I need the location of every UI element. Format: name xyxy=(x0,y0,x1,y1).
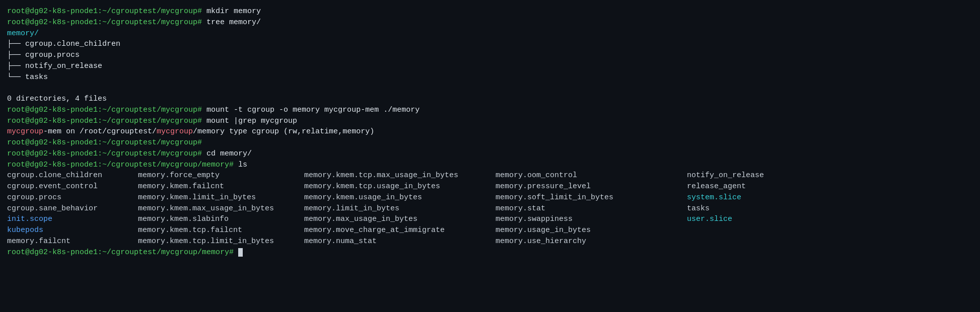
ls-col3: memory.kmem.tcp.max_usage_in_bytes memor… xyxy=(304,170,496,247)
ls-item: cgroup.procs xyxy=(7,192,138,203)
mount-mid: -mem on /root/cgrouptest/ xyxy=(43,127,157,136)
tree-item: ├── notify_on_release xyxy=(7,62,102,70)
terminal: root@dg02-k8s-pnode1:~/cgrouptest/mycgro… xyxy=(7,6,973,258)
ls-item: memory.swappiness xyxy=(496,214,687,225)
ls-item: tasks xyxy=(687,203,788,214)
line-final-prompt: root@dg02-k8s-pnode1:~/cgrouptest/mycgro… xyxy=(7,247,973,258)
line-tree-cmd: root@dg02-k8s-pnode1:~/cgrouptest/mycgro… xyxy=(7,17,973,28)
tree-item: ├── cgroup.clone_children xyxy=(7,40,120,48)
ls-col4: memory.oom_control memory.pressure_level… xyxy=(496,170,687,247)
kubepods-link: kubepods xyxy=(7,226,43,235)
ls-col2: memory.force_empty memory.kmem.failcnt m… xyxy=(138,170,304,247)
line-empty-prompt: root@dg02-k8s-pnode1:~/cgrouptest/mycgro… xyxy=(7,137,973,148)
ls-item: user.slice xyxy=(687,214,788,225)
ls-item: memory.force_empty xyxy=(138,170,304,181)
line-mount-cmd: root@dg02-k8s-pnode1:~/cgrouptest/mycgro… xyxy=(7,105,973,116)
ls-item: memory.numa_stat xyxy=(304,236,496,247)
prompt: root@dg02-k8s-pnode1:~/cgrouptest/mycgro… xyxy=(7,161,238,169)
stat-text: 0 directories, 4 files xyxy=(7,95,107,103)
ls-item: memory.kmem.slabinfo xyxy=(138,214,304,225)
ls-item: memory.kmem.limit_in_bytes xyxy=(138,192,304,203)
ls-item: cgroup.clone_children xyxy=(7,170,138,181)
ls-item: memory.move_charge_at_immigrate xyxy=(304,225,496,236)
ls-col5: notify_on_release release_agent system.s… xyxy=(687,170,788,247)
line-tree-3: ├── notify_on_release xyxy=(7,61,973,72)
tree-item: ├── cgroup.procs xyxy=(7,51,80,59)
ls-item: memory.kmem.failcnt xyxy=(138,181,304,192)
prompt: root@dg02-k8s-pnode1:~/cgrouptest/mycgro… xyxy=(7,106,206,114)
prompt: root@dg02-k8s-pnode1:~/cgrouptest/mycgro… xyxy=(7,149,206,158)
line-tree-4: └── tasks xyxy=(7,72,973,83)
cmd-text: mkdir memory xyxy=(206,7,261,16)
ls-item: cgroup.event_control xyxy=(7,181,138,192)
ls-item: memory.max_usage_in_bytes xyxy=(304,214,496,225)
ls-item: kubepods xyxy=(7,225,138,236)
ls-item: memory.stat xyxy=(496,203,687,214)
highlight-mycgroup1: mycgroup xyxy=(7,127,43,136)
line-ls-cmd: root@dg02-k8s-pnode1:~/cgrouptest/mycgro… xyxy=(7,160,973,171)
line-mkdir: root@dg02-k8s-pnode1:~/cgrouptest/mycgro… xyxy=(7,6,973,17)
init-scope-link: init.scope xyxy=(7,215,52,223)
line-stat: 0 directories, 4 files xyxy=(7,94,973,105)
ls-output: cgroup.clone_children cgroup.event_contr… xyxy=(7,170,973,247)
ls-item: memory.soft_limit_in_bytes xyxy=(496,192,687,203)
cmd-text: mount -t cgroup -o memory mycgroup-mem .… xyxy=(206,106,419,114)
prompt: root@dg02-k8s-pnode1:~/cgrouptest/mycgro… xyxy=(7,7,206,16)
cursor xyxy=(238,248,243,257)
line-tree-1: ├── cgroup.clone_children xyxy=(7,39,973,50)
prompt: root@dg02-k8s-pnode1:~/cgrouptest/mycgro… xyxy=(7,18,206,27)
prompt: root@dg02-k8s-pnode1:~/cgrouptest/mycgro… xyxy=(7,248,238,257)
cmd-text: ls xyxy=(238,161,247,169)
ls-item: memory.limit_in_bytes xyxy=(304,203,496,214)
line-tree-2: ├── cgroup.procs xyxy=(7,50,973,61)
line-dir: memory/ xyxy=(7,28,973,39)
cmd-text: cd memory/ xyxy=(206,149,252,158)
prompt: root@dg02-k8s-pnode1:~/cgrouptest/mycgro… xyxy=(7,138,206,147)
highlight-mycgroup2: mycgroup xyxy=(157,127,193,136)
ls-item: memory.kmem.tcp.limit_in_bytes xyxy=(138,236,304,247)
ls-item: cgroup.sane_behavior xyxy=(7,203,138,214)
ls-item: system.slice xyxy=(687,192,788,203)
line-grep-cmd: root@dg02-k8s-pnode1:~/cgrouptest/mycgro… xyxy=(7,116,973,127)
prompt: root@dg02-k8s-pnode1:~/cgrouptest/mycgro… xyxy=(7,117,206,125)
ls-item: memory.kmem.tcp.failcnt xyxy=(138,225,304,236)
line-blank xyxy=(7,83,973,94)
ls-item: memory.kmem.max_usage_in_bytes xyxy=(138,203,304,214)
user-slice-link: user.slice xyxy=(687,215,732,223)
ls-item: memory.kmem.tcp.max_usage_in_bytes xyxy=(304,170,496,181)
ls-item: memory.failcnt xyxy=(7,236,138,247)
ls-item: memory.kmem.tcp.usage_in_bytes xyxy=(304,181,496,192)
line-cd-cmd: root@dg02-k8s-pnode1:~/cgrouptest/mycgro… xyxy=(7,148,973,160)
ls-item: memory.oom_control xyxy=(496,170,687,181)
ls-item: release_agent xyxy=(687,181,788,192)
system-slice-link: system.slice xyxy=(687,193,741,202)
mount-end: /memory type cgroup (rw,relatime,memory) xyxy=(193,127,374,136)
ls-item: memory.kmem.usage_in_bytes xyxy=(304,192,496,203)
ls-item: notify_on_release xyxy=(687,170,788,181)
ls-item: memory.pressure_level xyxy=(496,181,687,192)
ls-col1: cgroup.clone_children cgroup.event_contr… xyxy=(7,170,138,247)
dir-name: memory/ xyxy=(7,29,39,38)
ls-item: memory.usage_in_bytes xyxy=(496,225,687,236)
line-mount-output: mycgroup-mem on /root/cgrouptest/mycgrou… xyxy=(7,126,973,137)
tree-item: └── tasks xyxy=(7,73,48,82)
ls-item: init.scope xyxy=(7,214,138,225)
cmd-text: tree memory/ xyxy=(206,18,261,27)
cmd-text: mount |grep mycgroup xyxy=(206,117,297,125)
ls-item: memory.use_hierarchy xyxy=(496,236,687,247)
